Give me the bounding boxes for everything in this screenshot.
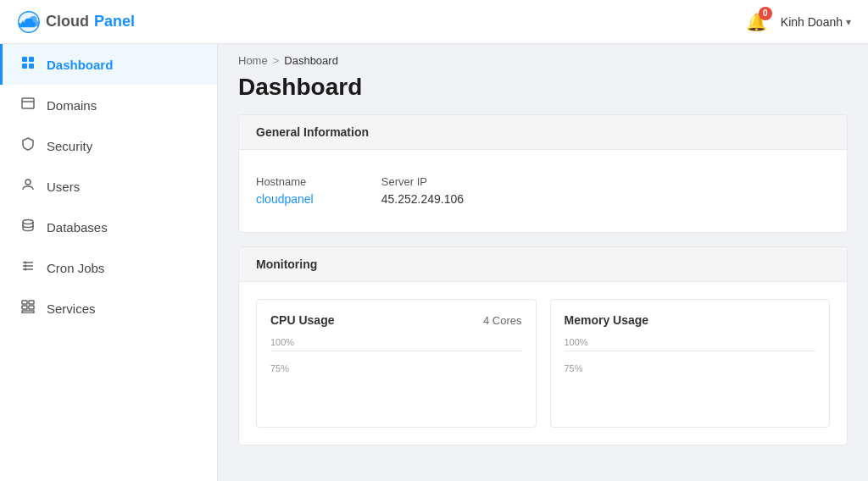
hostname-value: cloudpanel — [256, 192, 314, 206]
general-info-header: General Information — [239, 115, 847, 150]
cpu-chart-area: 100% 75% — [270, 337, 522, 413]
svg-point-12 — [25, 262, 27, 264]
security-icon — [19, 137, 36, 154]
general-info-body: Hostname cloudpanel Server IP 45.252.249… — [239, 150, 847, 232]
user-menu[interactable]: Kinh Doanh ▾ — [781, 15, 851, 29]
svg-rect-17 — [22, 306, 27, 309]
sidebar-label-security: Security — [47, 139, 92, 153]
page-title: Dashboard — [218, 67, 868, 114]
info-grid: Hostname cloudpanel Server IP 45.252.249… — [256, 167, 830, 215]
users-icon — [19, 178, 36, 195]
memory-line-100 — [565, 351, 816, 351]
general-info-card: General Information Hostname cloudpanel … — [238, 114, 848, 233]
chevron-down-icon: ▾ — [846, 16, 851, 28]
domains-icon — [19, 97, 36, 113]
sidebar-item-databases[interactable]: Databases — [0, 207, 217, 247]
breadcrumb: Home > Dashboard — [218, 44, 868, 67]
cpu-label-100: 100% — [270, 337, 522, 347]
svg-rect-4 — [29, 64, 34, 69]
logo-panel-text: Panel — [94, 13, 135, 30]
server-ip-value: 45.252.249.106 — [381, 192, 464, 206]
dashboard-icon — [19, 56, 36, 73]
notification-bell[interactable]: 🔔 0 — [746, 12, 767, 32]
cpu-line-100 — [270, 351, 522, 351]
sidebar-label-users: Users — [47, 180, 80, 194]
memory-chart-area: 100% 75% — [565, 337, 816, 413]
sidebar: Dashboard Domains Security Users Databas… — [0, 44, 218, 481]
cpu-label-75: 75% — [270, 363, 522, 373]
memory-label-100: 100% — [565, 337, 816, 347]
monitoring-body: CPU Usage 4 Cores 100% 75% Memory Usage — [239, 282, 847, 445]
sidebar-item-security[interactable]: Security — [0, 125, 217, 166]
breadcrumb-home[interactable]: Home — [238, 54, 268, 67]
svg-rect-3 — [22, 64, 27, 69]
svg-rect-15 — [22, 301, 27, 304]
sidebar-item-domains[interactable]: Domains — [0, 85, 217, 125]
cronjobs-icon — [19, 259, 36, 276]
monitoring-grid: CPU Usage 4 Cores 100% 75% Memory Usage — [256, 299, 830, 428]
breadcrumb-separator: > — [273, 54, 280, 67]
memory-usage-card: Memory Usage 100% 75% — [550, 299, 831, 428]
topnav-right: 🔔 0 Kinh Doanh ▾ — [746, 12, 851, 32]
sidebar-item-services[interactable]: Services — [0, 288, 217, 329]
svg-rect-19 — [22, 311, 34, 313]
databases-icon — [19, 218, 36, 235]
logo[interactable]: CloudPanel — [17, 10, 135, 34]
svg-point-7 — [25, 180, 31, 185]
monitoring-header: Monitoring — [239, 247, 847, 282]
svg-rect-2 — [29, 57, 34, 62]
logo-icon — [17, 10, 41, 34]
cpu-subtitle: 4 Cores — [483, 314, 522, 327]
hostname-item: Hostname cloudpanel — [256, 175, 314, 207]
cpu-title: CPU Usage — [270, 313, 334, 327]
svg-rect-18 — [29, 306, 34, 309]
user-name: Kinh Doanh — [781, 15, 843, 29]
memory-label-75: 75% — [565, 363, 816, 373]
server-ip-label: Server IP — [381, 175, 464, 188]
top-navigation: CloudPanel 🔔 0 Kinh Doanh ▾ — [0, 0, 868, 44]
sidebar-label-databases: Databases — [47, 220, 108, 235]
memory-title-row: Memory Usage — [565, 313, 816, 327]
sidebar-item-dashboard[interactable]: Dashboard — [0, 44, 217, 85]
sidebar-item-cronjobs[interactable]: Cron Jobs — [0, 247, 217, 288]
monitoring-card: Monitoring CPU Usage 4 Cores 100% 75% — [238, 246, 848, 445]
svg-rect-16 — [29, 301, 34, 304]
hostname-label: Hostname — [256, 175, 314, 188]
svg-point-13 — [25, 265, 27, 268]
svg-rect-1 — [22, 57, 27, 62]
logo-cloud-text: Cloud — [46, 13, 89, 30]
sidebar-label-services: Services — [47, 301, 96, 316]
main-content: Home > Dashboard Dashboard General Infor… — [218, 44, 868, 481]
sidebar-label-domains: Domains — [47, 98, 97, 113]
sidebar-item-users[interactable]: Users — [0, 166, 217, 207]
breadcrumb-current: Dashboard — [284, 54, 338, 67]
sidebar-label-cronjobs: Cron Jobs — [47, 261, 104, 275]
notification-badge: 0 — [759, 7, 772, 20]
svg-point-8 — [23, 220, 33, 224]
memory-title: Memory Usage — [565, 313, 649, 327]
svg-rect-5 — [22, 98, 34, 108]
services-icon — [19, 300, 36, 317]
server-ip-item: Server IP 45.252.249.106 — [381, 175, 464, 207]
cpu-usage-card: CPU Usage 4 Cores 100% 75% — [256, 299, 537, 428]
cpu-title-row: CPU Usage 4 Cores — [270, 313, 522, 327]
sidebar-label-dashboard: Dashboard — [47, 58, 113, 72]
svg-point-14 — [25, 268, 27, 271]
